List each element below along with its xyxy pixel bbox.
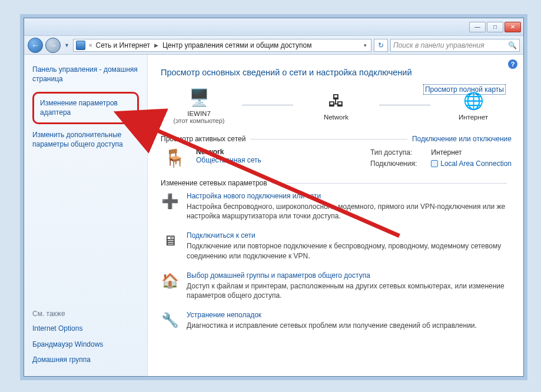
computer-icon: 🖥️ — [187, 85, 211, 109]
network-type-link[interactable]: Общественная сеть — [196, 156, 261, 164]
content-area: Панель управления - домашняя страница Из… — [24, 55, 523, 376]
homegroup-icon: 🏠 — [161, 271, 180, 290]
chevron-right-icon: ▶ — [152, 42, 160, 48]
bench-icon: 🪑 — [161, 148, 188, 168]
control-panel-icon — [76, 41, 85, 50]
highlighted-adapter-settings: Изменение параметров адаптера — [32, 92, 139, 124]
change-settings-header: Изменение сетевых параметров — [161, 179, 512, 187]
active-networks-header: Просмотр активных сетей Подключение или … — [161, 135, 512, 143]
explorer-window: — □ ✕ ← → ▼ « Сеть и Интернет ▶ Центр уп… — [24, 18, 524, 377]
maximize-button[interactable]: □ — [487, 22, 503, 32]
connect-network-icon: 🖥 — [161, 231, 180, 250]
sidebar-link-internet-options[interactable]: Internet Options — [32, 324, 139, 333]
sidebar: Панель управления - домашняя страница Из… — [24, 55, 148, 376]
search-icon: 🔍 — [508, 41, 517, 49]
sidebar-link-firewall[interactable]: Брандмауэр Windows — [32, 340, 139, 349]
sidebar-see-also: См. также Internet Options Брандмауэр Wi… — [32, 298, 139, 370]
minimize-button[interactable]: — — [469, 22, 486, 32]
sidebar-adapter-settings-link[interactable]: Изменение параметров адаптера — [40, 98, 131, 117]
history-dropdown-icon[interactable]: ▼ — [63, 42, 71, 48]
close-button[interactable]: ✕ — [505, 22, 521, 32]
setting-homegroup[interactable]: 🏠 Выбор домашней группы и параметров общ… — [161, 271, 512, 300]
active-network-block: 🪑 Network Общественная сеть Тип доступа:… — [161, 148, 512, 168]
refresh-button[interactable]: ↻ — [374, 39, 388, 52]
connection-link[interactable]: Local Area Connection — [431, 160, 512, 168]
diagram-this-pc: 🖥️ IEWIN7 (этот компьютер) — [161, 85, 237, 124]
sidebar-home-link[interactable]: Панель управления - домашняя страница — [32, 65, 139, 84]
help-icon[interactable]: ? — [508, 59, 517, 69]
setting-troubleshoot[interactable]: 🔧 Устранение неполадок Диагностика и исп… — [161, 311, 512, 330]
main-panel: ? Просмотр основных сведений о сети и на… — [148, 55, 523, 376]
see-also-label: См. также — [32, 310, 139, 318]
network-icon: 🖧 — [324, 89, 348, 112]
view-full-map-link[interactable]: Просмотр полной карты — [423, 84, 506, 95]
active-network-details: Тип доступа: Интернет Подключения: Local… — [370, 148, 512, 168]
active-network-info: Network Общественная сеть — [196, 148, 261, 168]
breadcrumb-prefix: « — [88, 42, 94, 48]
settings-list: ➕ Настройка нового подключения или сети … — [161, 192, 512, 330]
connect-disconnect-link[interactable]: Подключение или отключение — [412, 135, 512, 143]
sidebar-link-homegroup[interactable]: Домашняя группа — [32, 355, 139, 364]
ethernet-icon — [431, 160, 438, 167]
setting-connect-network[interactable]: 🖥 Подключиться к сети Подключение или по… — [161, 231, 512, 260]
sidebar-advanced-sharing-link[interactable]: Изменить дополнительные параметры общего… — [32, 130, 139, 149]
new-connection-icon: ➕ — [161, 192, 180, 211]
setting-new-connection[interactable]: ➕ Настройка нового подключения или сети … — [161, 192, 512, 221]
breadcrumb-item-sharing-center[interactable]: Центр управления сетями и общим доступом — [162, 41, 312, 49]
chevron-down-icon[interactable]: ▾ — [362, 42, 369, 48]
titlebar: — □ ✕ — [24, 18, 523, 36]
troubleshoot-icon: 🔧 — [161, 311, 180, 330]
breadcrumb-item-network[interactable]: Сеть и Интернет — [95, 41, 150, 49]
diagram-network: 🖧 Network — [298, 89, 374, 121]
forward-button[interactable]: → — [45, 38, 61, 53]
diagram-connector — [242, 105, 293, 105]
back-button[interactable]: ← — [28, 38, 43, 53]
search-input[interactable]: Поиск в панели управления 🔍 — [390, 39, 520, 52]
page-title: Просмотр основных сведений о сети и наст… — [161, 68, 512, 77]
address-bar: ← → ▼ « Сеть и Интернет ▶ Центр управлен… — [24, 36, 523, 55]
search-placeholder: Поиск в панели управления — [393, 41, 484, 49]
diagram-connector — [379, 105, 430, 105]
breadcrumb[interactable]: « Сеть и Интернет ▶ Центр управления сет… — [73, 39, 371, 52]
